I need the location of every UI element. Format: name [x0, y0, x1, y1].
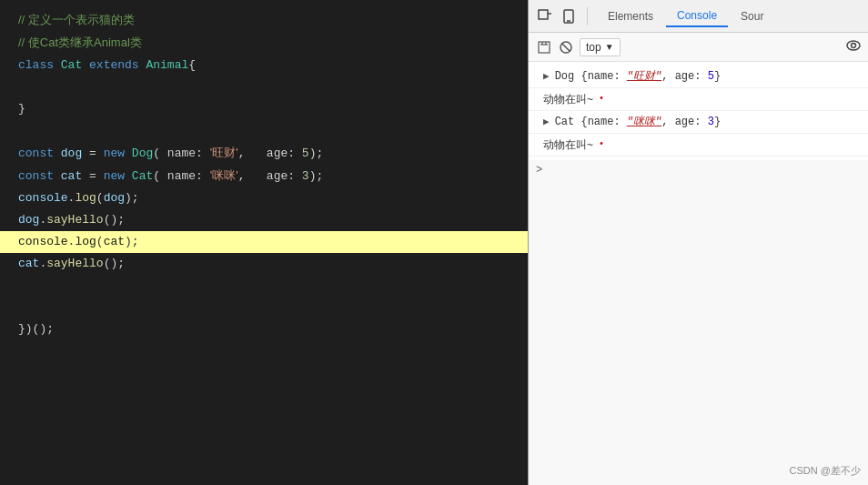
clear-console-icon[interactable]: [536, 39, 552, 56]
toolbar-divider: [587, 7, 588, 25]
dog-object-text: Dog {name: "旺财", age: 5}: [555, 68, 721, 85]
keyword-const-dog: const: [18, 147, 61, 160]
code-line-15: })();: [0, 318, 528, 340]
svg-line-9: [562, 43, 570, 51]
cat-ref: cat: [18, 257, 39, 270]
expand-dog-icon[interactable]: ▶: [543, 68, 550, 85]
console-ref-1: console: [18, 191, 68, 205]
devtools-container: ▶ Dog {name: "旺财", age: 5} 动物在叫~ • ▶ Cat…: [529, 62, 868, 485]
code-line-4: [0, 76, 528, 98]
code-line-10: dog.sayHello();: [0, 209, 528, 231]
cursor-icon[interactable]: [536, 7, 554, 25]
svg-rect-0: [539, 10, 548, 19]
code-line-1: // 定义一个表示猫的类: [0, 9, 528, 32]
code-line-8: const cat = new Cat( name: '咪咪', age: 3)…: [0, 165, 528, 187]
class-cat: Cat: [132, 169, 153, 183]
class-name-cat: Cat: [61, 58, 89, 72]
code-line-2: // 使Cat类继承Animal类: [0, 32, 528, 55]
number-3: 3: [302, 169, 309, 183]
animal-sound-text-2: 动物在叫~: [543, 136, 593, 153]
watermark: CSDN @差不少: [790, 464, 861, 478]
keyword-new-cat: new: [104, 169, 132, 183]
console-ref-2: console: [18, 235, 68, 248]
devtools-tabs: Elements Console Sour: [597, 5, 774, 27]
keyword-extends: extends: [89, 58, 146, 72]
code-line-6: [0, 120, 528, 142]
context-value: top: [586, 41, 601, 54]
console-entry-dog: ▶ Dog {name: "旺财", age: 5}: [529, 66, 868, 88]
svg-point-10: [847, 41, 860, 50]
sayhello-method-2: sayHello: [46, 257, 103, 270]
bullet-2: •: [599, 136, 604, 153]
devtools-panel: Elements Console Sour: [528, 0, 868, 485]
sayhello-method-1: sayHello: [46, 213, 103, 227]
svg-rect-4: [539, 42, 550, 53]
string-mimimi: '咪咪': [210, 168, 238, 182]
code-editor: // 定义一个表示猫的类 // 使Cat类继承Animal类 class Cat…: [0, 0, 528, 485]
var-dog: dog: [61, 147, 82, 160]
code-line-3: class Cat extends Animal{: [0, 55, 528, 76]
prompt-symbol: >: [536, 164, 542, 177]
code-line-13: [0, 275, 528, 297]
eye-icon[interactable]: [846, 40, 861, 55]
context-arrow: ▼: [605, 42, 614, 52]
mobile-icon[interactable]: [560, 7, 578, 25]
brace-open: {: [188, 58, 196, 72]
block-icon[interactable]: [558, 39, 574, 56]
console-entry-cat: ▶ Cat {name: "咪咪", age: 3}: [529, 111, 868, 134]
svg-point-11: [852, 43, 856, 47]
code-line-14: [0, 297, 528, 318]
dog-arg-1: dog: [104, 191, 125, 205]
comment-text-2: // 使Cat类继承Animal类: [18, 35, 142, 49]
console-entry-animal-sound-1: 动物在叫~ •: [529, 88, 868, 111]
devtools-toolbar: Elements Console Sour: [529, 0, 868, 33]
closing-brace: }: [18, 102, 25, 116]
console-output: ▶ Dog {name: "旺财", age: 5} 动物在叫~ • ▶ Cat…: [529, 62, 868, 160]
cat-arg: cat: [104, 235, 125, 248]
code-line-11: console.log(cat);: [0, 231, 528, 253]
keyword-new-dog: new: [104, 147, 132, 160]
tab-elements[interactable]: Elements: [597, 6, 664, 26]
dog-ref: dog: [18, 213, 39, 227]
number-5: 5: [302, 147, 309, 160]
console-prompt-line[interactable]: >: [529, 160, 868, 180]
animal-sound-text-1: 动物在叫~: [543, 91, 593, 107]
string-wangcai: '旺财': [210, 146, 238, 159]
code-line-9: console.log(dog);: [0, 187, 528, 209]
class-name-animal: Animal: [146, 58, 188, 72]
cat-object-text: Cat {name: "咪咪", age: 3}: [555, 114, 721, 130]
keyword-class: class: [18, 58, 61, 72]
class-dog: Dog: [132, 147, 153, 160]
tab-sources[interactable]: Sour: [730, 6, 774, 26]
expand-cat-icon[interactable]: ▶: [543, 114, 550, 130]
tab-console[interactable]: Console: [666, 5, 728, 27]
iife-close: })();: [18, 322, 54, 336]
log-method-2: log: [75, 235, 96, 248]
console-bar: top ▼: [529, 33, 868, 62]
var-cat: cat: [61, 169, 82, 183]
keyword-const-cat: const: [18, 169, 61, 183]
console-entry-animal-sound-2: 动物在叫~ •: [529, 134, 868, 157]
code-line-5: }: [0, 98, 528, 120]
context-selector[interactable]: top ▼: [580, 38, 621, 56]
bullet-1: •: [599, 91, 604, 107]
code-line-7: const dog = new Dog( name: '旺财', age: 5)…: [0, 142, 528, 165]
comment-text-1: // 定义一个表示猫的类: [18, 13, 135, 26]
code-line-12: cat.sayHello();: [0, 253, 528, 275]
log-method-1: log: [75, 191, 96, 205]
